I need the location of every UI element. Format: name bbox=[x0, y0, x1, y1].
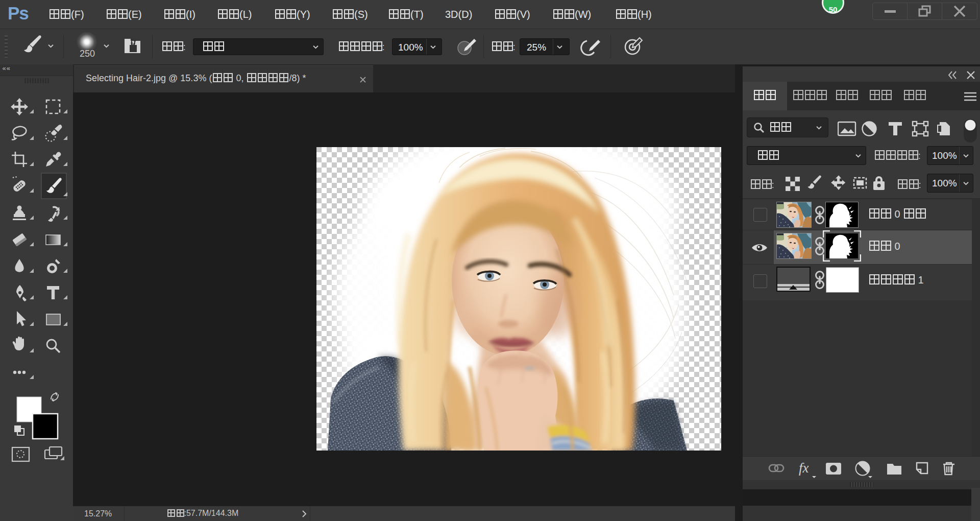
svg-text:fx: fx bbox=[799, 460, 809, 476]
